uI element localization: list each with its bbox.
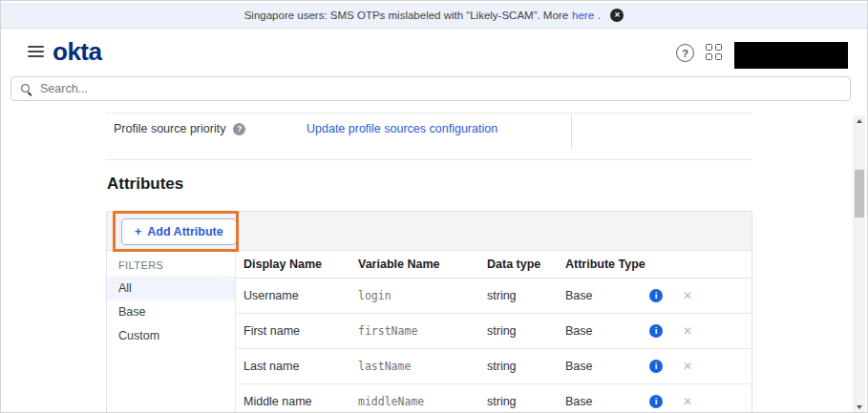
display-name-cell: Middle name <box>243 384 312 413</box>
row-info-icon[interactable]: i <box>649 395 663 408</box>
search-icon <box>20 83 32 95</box>
update-profile-sources-link[interactable]: Update profile sources configuration <box>307 122 498 135</box>
table-header-row: Display NameVariable NameData typeAttrib… <box>236 251 752 279</box>
scroll-up-button[interactable] <box>853 115 865 127</box>
display-name-cell: Last name <box>243 349 299 383</box>
redacted-user-info <box>734 42 848 69</box>
add-attribute-button[interactable]: + Add Attribute <box>121 218 237 245</box>
table-row: UsernameloginstringBasei✕ <box>236 279 752 314</box>
banner-text: Singapore users: SMS OTPs mislabeled wit… <box>244 10 568 21</box>
variable-name-cell: lastName <box>358 349 411 383</box>
filters-list: AllBaseCustom <box>107 277 235 348</box>
apps-grid-icon[interactable] <box>706 44 722 60</box>
column-header-1: Variable Name <box>358 251 439 278</box>
row-info-icon[interactable]: i <box>649 289 663 302</box>
row-info-icon[interactable]: i <box>649 360 663 373</box>
add-attribute-label: Add Attribute <box>147 225 222 238</box>
okta-logo: okta <box>53 39 101 64</box>
data-type-cell: string <box>487 314 517 348</box>
attribute-type-cell: Base <box>565 349 593 383</box>
filters-label: FILTERS <box>107 251 235 277</box>
plus-icon: + <box>135 225 141 238</box>
data-type-cell: string <box>487 279 517 313</box>
attributes-table: Display NameVariable NameData typeAttrib… <box>235 251 752 413</box>
display-name-cell: First name <box>243 314 300 348</box>
banner-close-icon[interactable]: ✕ <box>610 9 624 22</box>
section-top-border <box>106 113 752 114</box>
filter-item-all[interactable]: All <box>107 277 235 300</box>
profile-source-priority-label: Profile source priority ? <box>114 122 245 135</box>
variable-name-cell: middleName <box>358 384 424 413</box>
search-bar[interactable] <box>11 76 851 101</box>
attribute-type-cell: Base <box>565 279 593 313</box>
data-type-cell: string <box>487 384 517 413</box>
row-info-icon[interactable]: i <box>649 324 663 338</box>
attributes-heading: Attributes <box>107 175 183 194</box>
menu-icon[interactable] <box>28 46 44 60</box>
scrollbar[interactable] <box>853 115 865 413</box>
filter-item-custom[interactable]: Custom <box>107 324 235 348</box>
data-type-cell: string <box>487 349 517 383</box>
scroll-thumb[interactable] <box>855 170 864 217</box>
scroll-down-button[interactable] <box>853 402 865 413</box>
column-header-2: Data type <box>487 251 540 278</box>
column-divider <box>571 114 572 150</box>
table-row: Middle namemiddleNamestringBasei✕ <box>236 384 752 413</box>
row-remove-icon[interactable]: ✕ <box>683 384 692 413</box>
variable-name-cell: login <box>358 279 392 313</box>
banner-suffix: . <box>598 10 601 21</box>
banner-link[interactable]: here <box>572 10 594 21</box>
help-circle-icon[interactable]: ? <box>233 123 245 135</box>
notification-banner: Singapore users: SMS OTPs mislabeled wit… <box>1 3 867 29</box>
row-remove-icon[interactable]: ✕ <box>683 349 692 383</box>
attribute-type-cell: Base <box>565 384 593 413</box>
display-name-cell: Username <box>243 279 299 313</box>
filters-sidebar: FILTERS AllBaseCustom <box>107 251 235 413</box>
section-divider <box>106 159 752 160</box>
table-row: First namefirstNamestringBasei✕ <box>236 314 752 349</box>
table-body: UsernameloginstringBasei✕First namefirst… <box>236 279 752 413</box>
attributes-toolbar: + Add Attribute <box>107 212 752 251</box>
variable-name-cell: firstName <box>358 314 417 348</box>
column-header-0: Display Name <box>243 251 322 278</box>
attributes-panel: + Add Attribute FILTERS AllBaseCustom Di… <box>106 211 752 413</box>
column-header-3: Attribute Type <box>565 251 646 278</box>
filter-item-base[interactable]: Base <box>107 300 235 324</box>
attribute-type-cell: Base <box>565 314 593 348</box>
okta-admin-page: Singapore users: SMS OTPs mislabeled wit… <box>0 0 868 413</box>
row-remove-icon[interactable]: ✕ <box>683 279 692 313</box>
help-icon[interactable]: ? <box>676 44 694 62</box>
table-row: Last namelastNamestringBasei✕ <box>236 349 752 384</box>
search-input[interactable] <box>38 81 850 96</box>
row-remove-icon[interactable]: ✕ <box>683 314 692 348</box>
